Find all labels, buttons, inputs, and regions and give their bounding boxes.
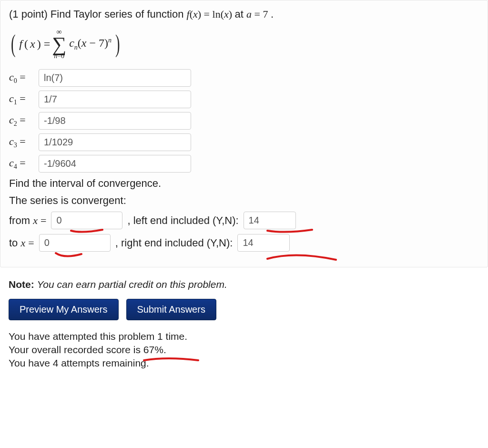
fx-expression: f(x) = ln(x) <box>187 8 235 20</box>
coef-row: c0 = <box>9 69 479 87</box>
series-definition: ( f(x) = ∞ ∑ n=0 cn(x − 7)n ) <box>9 28 122 60</box>
coef-row: c1 = <box>9 91 479 108</box>
coef-row: c3 = <box>9 133 479 151</box>
sigma-icon: ∞ ∑ n=0 <box>52 28 66 60</box>
convergent-heading: The series is convergent: <box>9 194 479 207</box>
coef-label: c4 = <box>9 157 34 171</box>
points-prefix: (1 point) <box>9 8 51 20</box>
submit-answers-button[interactable]: Submit Answers <box>126 299 216 320</box>
note-label: Note: <box>9 279 34 290</box>
prompt-text: Find Taylor series of function <box>51 8 187 20</box>
to-label: to x = <box>9 237 34 249</box>
at-text: at <box>235 8 246 20</box>
coef-label: c1 = <box>9 92 34 106</box>
lparen-icon: ( <box>11 31 16 56</box>
note-text: You can earn partial credit on this prob… <box>37 279 227 290</box>
problem-box: (1 point) Find Taylor series of function… <box>0 0 488 267</box>
remaining-line: You have 4 attempts remaining. <box>9 357 479 369</box>
note-line: Note: You can earn partial credit on thi… <box>9 279 479 290</box>
from-label: from x = <box>9 214 46 227</box>
from-x-input[interactable] <box>51 212 122 229</box>
coef-label: c3 = <box>9 135 34 149</box>
interval-heading: Find the interval of convergence. <box>9 177 479 190</box>
right-end-label: , right end included (Y,N): <box>115 237 233 249</box>
status-block: You have attempted this problem 1 time. … <box>9 331 479 369</box>
a-expression: a = 7 <box>246 8 271 20</box>
problem-prompt: (1 point) Find Taylor series of function… <box>9 8 479 20</box>
coef-input-c2[interactable] <box>39 112 191 130</box>
coef-label: c0 = <box>9 71 34 85</box>
coef-row: c4 = <box>9 155 479 173</box>
interval-from-row: from x = , left end included (Y,N): <box>9 212 479 229</box>
coef-row: c2 = <box>9 112 479 130</box>
period: . <box>271 8 274 20</box>
to-x-input[interactable] <box>39 234 111 252</box>
coef-input-c0[interactable] <box>39 69 191 87</box>
preview-answers-button[interactable]: Preview My Answers <box>9 299 119 320</box>
attempts-line: You have attempted this problem 1 time. <box>9 331 479 342</box>
grading-mark-icon <box>55 251 83 261</box>
grading-mark-icon <box>266 250 338 265</box>
rparen-icon: ) <box>115 31 120 56</box>
coef-input-c3[interactable] <box>39 133 191 151</box>
coef-input-c1[interactable] <box>39 91 191 108</box>
left-end-input[interactable] <box>244 212 296 229</box>
series-term: cn(x − 7)n <box>69 37 112 51</box>
right-end-input[interactable] <box>237 234 290 252</box>
left-end-label: , left end included (Y,N): <box>127 214 238 227</box>
coef-input-c4[interactable] <box>39 155 191 173</box>
button-row: Preview My Answers Submit Answers <box>9 299 479 320</box>
score-line: Your overall recorded score is 67%. <box>9 344 479 356</box>
below-problem: Note: You can earn partial credit on thi… <box>0 279 488 379</box>
coef-label: c2 = <box>9 114 34 128</box>
interval-to-row: to x = , right end included (Y,N): <box>9 234 479 252</box>
